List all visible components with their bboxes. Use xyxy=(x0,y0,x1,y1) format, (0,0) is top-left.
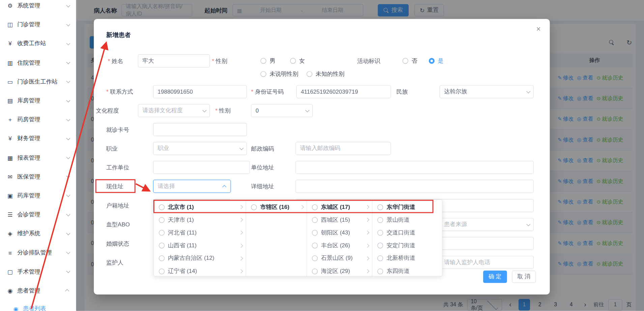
radio-icon[interactable] xyxy=(312,217,318,223)
contact-input[interactable]: 19880991650 xyxy=(153,85,247,98)
sidebar-item-storeroom[interactable]: ▤库房管理 xyxy=(0,91,76,110)
education-label: 文化程度 xyxy=(96,104,119,117)
detail-address-input[interactable] xyxy=(295,180,534,193)
postcode-input[interactable]: 请输入邮政编码 xyxy=(295,142,391,155)
cascader-option[interactable]: 景山街道 xyxy=(373,214,442,226)
sidebar-item-reports[interactable]: ▦报表管理 xyxy=(0,148,76,167)
radio-icon[interactable] xyxy=(251,204,257,210)
cascader-district-column: 东城区 (17) 西城区 (15) 朝阳区 (43) 丰台区 (26) 石景山区… xyxy=(307,200,373,276)
name-label: 姓名 xyxy=(108,54,123,67)
chevron-right-icon xyxy=(239,244,243,248)
sidebar-item-patient-management[interactable]: ◉患者管理 xyxy=(0,281,76,300)
ethnic-select[interactable]: 达斡尔族 xyxy=(439,85,533,98)
cascader-option[interactable]: 内蒙古自治区 (12) xyxy=(154,252,246,265)
gender-radio-male[interactable]: 男 xyxy=(261,54,275,67)
sidebar-item-consultation[interactable]: ☰会诊管理 xyxy=(0,205,76,224)
active-flag-radio-yes[interactable]: 是 xyxy=(429,54,444,67)
current-address-cascader-input[interactable]: 请选择 xyxy=(153,180,231,193)
chevron-right-icon xyxy=(365,218,370,222)
cascader-option[interactable]: 海淀区 (29) xyxy=(307,265,372,276)
sidebar-item-outpatient[interactable]: ◫门诊管理 xyxy=(0,15,76,34)
sidebar-item-surgery[interactable]: ▢手术管理 xyxy=(0,262,76,281)
sidebar-item-charge-station[interactable]: ¥收费工作站 xyxy=(0,34,76,53)
cascader-option[interactable]: 北京市 (1) xyxy=(154,201,246,214)
confirm-button[interactable]: 确 定 xyxy=(483,271,507,283)
radio-icon[interactable] xyxy=(312,230,318,236)
cascader-option[interactable]: 安定门街道 xyxy=(373,239,442,252)
employer-label: 工作单位 xyxy=(106,161,129,174)
employer-address-input[interactable] xyxy=(295,161,534,174)
gender-radio-unknown[interactable]: 未知的性别 xyxy=(306,67,344,81)
id-number-input[interactable]: 411625192602039719 xyxy=(296,85,391,98)
sidebar-item-triage-queue[interactable]: ≡分诊排队管理 xyxy=(0,243,76,262)
sidebar-item-inpatient[interactable]: ▥住院管理 xyxy=(0,53,76,72)
radio-icon[interactable] xyxy=(378,243,383,248)
cascader-option[interactable]: 东华门街道 xyxy=(373,201,442,214)
contact-label: 联系方式 xyxy=(106,85,133,98)
gender-code-select[interactable]: 0 xyxy=(251,104,313,117)
radio-icon[interactable] xyxy=(159,204,165,210)
radio-icon[interactable] xyxy=(159,243,165,248)
ethnic-label: 民族 xyxy=(396,85,408,98)
sidebar-item-pharmacy[interactable]: +药房管理 xyxy=(0,110,76,129)
radio-icon[interactable] xyxy=(378,230,383,236)
gender-radio-unstated[interactable]: 未说明性别 xyxy=(261,67,298,81)
radio-icon[interactable] xyxy=(159,230,165,236)
chevron-down-icon xyxy=(66,3,70,7)
cascader-option[interactable]: 天津市 (1) xyxy=(154,214,246,226)
education-select[interactable]: 请选择文化程度 xyxy=(138,104,210,117)
cascader-option[interactable]: 石景山区 (9) xyxy=(307,252,372,265)
chevron-down-icon xyxy=(66,136,70,140)
registered-address-label: 户籍地址 xyxy=(106,199,129,212)
radio-icon[interactable] xyxy=(312,204,318,210)
radio-icon[interactable] xyxy=(378,268,383,274)
gender-radio-female[interactable]: 女 xyxy=(290,54,305,67)
cascader-option[interactable]: 市辖区 (16) xyxy=(246,201,306,214)
active-flag-radio-no[interactable]: 否 xyxy=(403,54,417,67)
patient-source-select[interactable]: 患者来源 xyxy=(439,218,533,231)
cascader-option[interactable]: 西城区 (15) xyxy=(307,214,372,226)
detail-address-label: 详细地址 xyxy=(251,180,274,193)
cascader-option[interactable]: 交道口街道 xyxy=(373,226,442,239)
cascader-option[interactable]: 山西省 (11) xyxy=(154,239,246,252)
chevron-right-icon xyxy=(365,269,370,273)
chevron-down-icon xyxy=(305,108,310,112)
cancel-button[interactable]: 取 消 xyxy=(512,271,536,283)
sidebar-item-patient-list[interactable]: ◉患者列表 xyxy=(0,300,76,311)
sidebar-item-doctor-station[interactable]: ▭门诊医生工作站 xyxy=(0,72,76,91)
chevron-down-icon xyxy=(66,22,70,26)
radio-icon[interactable] xyxy=(159,268,165,274)
visit-card-input[interactable] xyxy=(153,123,247,136)
radio-icon xyxy=(403,58,408,64)
cascader-option[interactable]: 辽宁省 (14) xyxy=(154,265,246,276)
cascader-option[interactable]: 东四街道 xyxy=(373,265,442,276)
radio-icon[interactable] xyxy=(312,243,318,248)
cascader-street-column: 东华门街道 景山街道 交道口街道 安定门街道 北新桥街道 东四街道 xyxy=(373,200,442,276)
sidebar-item-system[interactable]: ⚙系统管理 xyxy=(0,0,76,15)
radio-icon[interactable] xyxy=(312,268,318,274)
radio-icon[interactable] xyxy=(378,217,383,223)
cascader-option[interactable]: 河北省 (11) xyxy=(154,226,246,239)
close-icon[interactable]: × xyxy=(536,25,541,34)
guardian-phone-input[interactable]: 请输入监护人电话 xyxy=(439,256,533,269)
sidebar-item-finance[interactable]: ¥财务管理 xyxy=(0,129,76,148)
occupation-select[interactable]: 职业 xyxy=(153,142,247,155)
cascader-option[interactable]: 东城区 (17) xyxy=(307,201,372,214)
name-input[interactable]: 牢大 xyxy=(138,54,210,67)
active-flag-label: 活动标识 xyxy=(357,54,380,67)
cascader-option[interactable]: 丰台区 (26) xyxy=(307,239,372,252)
sidebar-item-insurance[interactable]: ✉医保管理 xyxy=(0,167,76,186)
radio-icon[interactable] xyxy=(378,204,383,210)
radio-icon[interactable] xyxy=(159,255,165,261)
sidebar-item-drug-storage[interactable]: ▣药库管理 xyxy=(0,186,76,205)
id-number-label: 身份证号码 xyxy=(251,85,284,98)
radio-icon[interactable] xyxy=(378,255,383,261)
cascader-option[interactable]: 北新桥街道 xyxy=(373,252,442,265)
radio-icon[interactable] xyxy=(312,255,318,261)
sidebar-item-maintenance[interactable]: ◈维护系统 xyxy=(0,224,76,243)
cascader-option[interactable]: 朝阳区 (43) xyxy=(307,226,372,239)
chevron-right-icon xyxy=(239,256,243,260)
current-address-label: 现住址 xyxy=(106,180,123,193)
radio-icon[interactable] xyxy=(159,217,165,223)
employer-input[interactable] xyxy=(153,161,250,174)
